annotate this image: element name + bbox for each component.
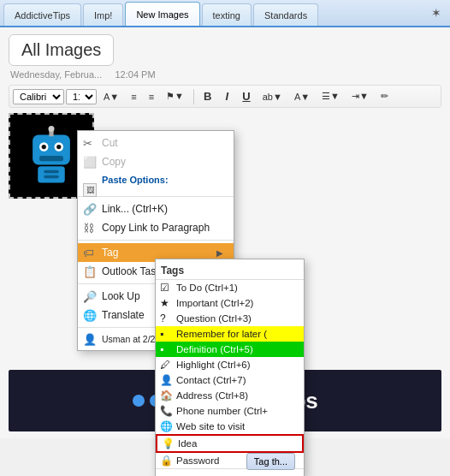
ctx-sep-1 xyxy=(78,196,234,197)
ctx-sep-2 xyxy=(78,240,234,241)
question-icon: ? xyxy=(160,312,166,324)
svg-rect-9 xyxy=(44,170,59,174)
ctx-copy-link[interactable]: ⛓ Copy Link to Paragraph xyxy=(78,218,234,237)
tag-highlight[interactable]: 🖊 Highlight (Ctrl+6) xyxy=(156,357,304,372)
tag-definition[interactable]: ▪ Definition (Ctrl+5) xyxy=(156,342,304,357)
cut-icon: ✂ xyxy=(83,137,92,150)
address-icon: 🏠 xyxy=(160,390,173,402)
tab-new-images[interactable]: New Images xyxy=(125,2,199,26)
tag-remember[interactable]: ▪ Remember for later ( xyxy=(156,326,304,342)
font-color-btn[interactable]: A▼ xyxy=(98,89,124,104)
copy-icon: ⬜ xyxy=(83,156,97,169)
page-title-box: All Images xyxy=(9,34,114,66)
tab-imp[interactable]: Imp! xyxy=(83,3,123,26)
toolbar-sep-1 xyxy=(193,89,194,104)
todo-icon: ☑ xyxy=(160,282,169,294)
svg-rect-5 xyxy=(39,156,63,161)
text-format-group: B I U ab▼ A▼ ☰▼ ⇥▼ ✏ xyxy=(198,87,394,105)
highlight-btn[interactable]: ab▼ xyxy=(258,89,287,104)
tag-arrow-icon: ▶ xyxy=(216,248,223,258)
svg-rect-10 xyxy=(44,176,59,179)
font-family-select[interactable]: Calibri xyxy=(13,89,64,104)
important-icon: ★ xyxy=(160,297,169,309)
password-icon: 🔒 xyxy=(160,455,173,467)
tag-website[interactable]: 🌐 Web site to visit xyxy=(156,419,304,434)
website-icon: 🌐 xyxy=(160,420,173,432)
font-size-select[interactable]: 11 xyxy=(66,89,97,104)
tag-icon: 🏷 xyxy=(83,247,94,259)
svg-rect-8 xyxy=(38,166,65,182)
formatting-toolbar: Calibri 11 A▼ ≡ ≡ ⚑▼ B I U ab▼ A▼ ☰▼ ⇥▼ … xyxy=(9,85,441,108)
list-btn[interactable]: ☰▼ xyxy=(317,88,345,104)
link-icon: 🔗 xyxy=(83,203,97,216)
align-right-btn[interactable]: ≡ xyxy=(144,89,159,104)
paste-icon: 🖼 xyxy=(83,183,97,197)
idea-icon: 💡 xyxy=(162,437,175,449)
tag-address[interactable]: 🏠 Address (Ctrl+8) xyxy=(156,388,304,403)
tag-contact[interactable]: 👤 Contact (Ctrl+7) xyxy=(156,372,304,388)
tag-this-button[interactable]: Tag th... xyxy=(246,453,295,470)
font-color2-btn[interactable]: A▼ xyxy=(289,89,315,104)
tab-additivetips[interactable]: AddictiveTips xyxy=(3,3,81,26)
tab-scroll-icon[interactable]: ✶ xyxy=(426,6,447,20)
highlight-tag-icon: 🖊 xyxy=(160,359,170,371)
svg-point-4 xyxy=(56,145,61,149)
indent-btn[interactable]: ⇥▼ xyxy=(346,88,374,104)
font-group: Calibri 11 A▼ ≡ ≡ ⚑▼ xyxy=(13,88,189,104)
ctx-cut: ✂ Cut xyxy=(78,134,234,152)
tag-important[interactable]: ★ Important (Ctrl+2) xyxy=(156,295,304,311)
definition-icon: ▪ xyxy=(160,343,163,355)
ctx-paste-label: Paste Options: xyxy=(78,171,234,187)
lookup-icon: 🔎 xyxy=(83,290,97,303)
tags-title: Tags xyxy=(156,262,304,280)
datetime: Wednesday, Februa... 12:04 PM xyxy=(9,69,441,80)
tag-phone[interactable]: 📞 Phone number (Ctrl+ xyxy=(156,403,304,419)
copy-link-icon: ⛓ xyxy=(83,222,94,235)
svg-point-3 xyxy=(42,145,46,149)
ctx-link[interactable]: 🔗 Link... (Ctrl+K) xyxy=(78,199,234,218)
outlook-icon: 📋 xyxy=(83,265,97,278)
content-area: All Images Wednesday, Februa... 12:04 PM… xyxy=(0,27,450,438)
tag-question[interactable]: ? Question (Ctrl+3) xyxy=(156,311,304,326)
bold-btn[interactable]: B xyxy=(198,87,216,105)
tag-todo[interactable]: ☑ To Do (Ctrl+1) xyxy=(156,280,304,295)
main-row: ✂ Cut ⬜ Copy Paste Options: 🖼 🔗 Link... … xyxy=(9,113,441,199)
eraser-btn[interactable]: ✏ xyxy=(376,88,394,104)
ctx-copy: ⬜ Copy xyxy=(78,152,234,171)
align-left-btn[interactable]: ≡ xyxy=(126,89,141,104)
flag-btn[interactable]: ⚑▼ xyxy=(161,88,189,104)
tag-idea[interactable]: 💡 Idea xyxy=(156,434,304,453)
user-icon: 👤 xyxy=(83,333,97,346)
svg-point-7 xyxy=(49,126,55,132)
underline-btn[interactable]: U xyxy=(237,87,255,105)
phone-icon: 📞 xyxy=(160,405,173,417)
page-title: All Images xyxy=(21,40,101,60)
tag-this-container: Tag th... xyxy=(156,468,304,474)
logo-dot-1 xyxy=(133,395,145,407)
tags-submenu: Tags ☑ To Do (Ctrl+1) ★ Important (Ctrl+… xyxy=(155,259,305,476)
translate-icon: 🌐 xyxy=(83,309,97,322)
contact-icon: 👤 xyxy=(160,374,173,386)
tab-standards[interactable]: Standards xyxy=(253,3,318,26)
remember-icon: ▪ xyxy=(160,328,163,340)
italic-btn[interactable]: I xyxy=(218,87,235,105)
robot-icon xyxy=(21,126,81,186)
tab-texting[interactable]: texting xyxy=(202,3,252,26)
tab-bar: AddictiveTips Imp! New Images texting St… xyxy=(0,0,450,27)
ctx-paste-img[interactable]: 🖼 xyxy=(78,187,234,193)
